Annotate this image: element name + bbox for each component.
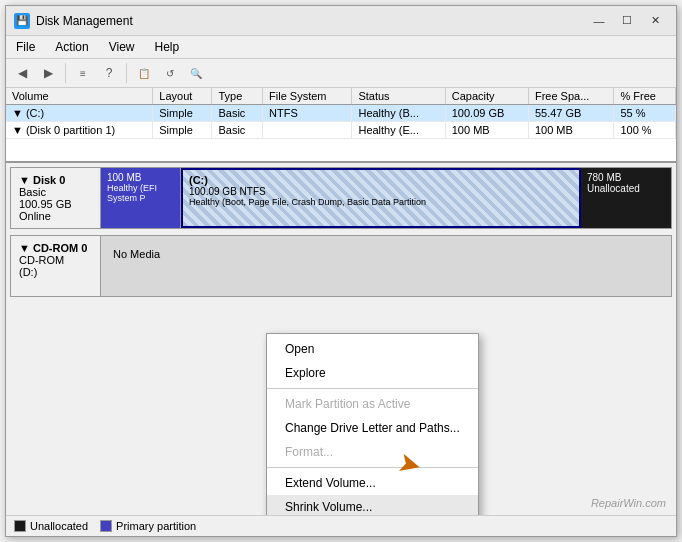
disk-partitions-0: 100 MB Healthy (EFI System P (C:) 100.09… bbox=[101, 168, 671, 228]
toolbar-forward[interactable]: ▶ bbox=[36, 62, 60, 84]
toolbar-list[interactable]: ≡ bbox=[71, 62, 95, 84]
maximize-button[interactable]: ☐ bbox=[614, 11, 640, 31]
toolbar: ◀ ▶ ≡ ? 📋 ↺ 🔍 bbox=[6, 59, 676, 88]
cell-status: Healthy (B... bbox=[352, 105, 445, 122]
cdrom-status-spacer bbox=[19, 278, 92, 290]
cell-fs bbox=[263, 122, 352, 139]
minimize-button[interactable]: — bbox=[586, 11, 612, 31]
window-icon: 💾 bbox=[14, 13, 30, 29]
cell-volume: ▼ (C:) bbox=[6, 105, 153, 122]
cell-type: Basic bbox=[212, 122, 263, 139]
menu-bar: File Action View Help bbox=[6, 36, 676, 59]
cell-fs: NTFS bbox=[263, 105, 352, 122]
partition-size-efi: 100 MB bbox=[107, 172, 174, 183]
cdrom-area: No Media bbox=[101, 236, 671, 296]
cell-free: 55.47 GB bbox=[528, 105, 614, 122]
partition-fs-c: 100.09 GB NTFS bbox=[189, 186, 573, 197]
legend-box-primary bbox=[100, 520, 112, 532]
cell-layout: Simple bbox=[153, 122, 212, 139]
ctx-sep-1 bbox=[267, 388, 478, 389]
cell-status: Healthy (E... bbox=[352, 122, 445, 139]
partition-unallocated[interactable]: 780 MB Unallocated bbox=[581, 168, 671, 228]
disk-size: 100.95 GB bbox=[19, 198, 92, 210]
legend-box-unallocated bbox=[14, 520, 26, 532]
cell-capacity: 100.09 GB bbox=[445, 105, 528, 122]
legend-label-unallocated: Unallocated bbox=[30, 520, 88, 532]
cell-capacity: 100 MB bbox=[445, 122, 528, 139]
toolbar-refresh[interactable]: ↺ bbox=[158, 62, 182, 84]
col-filesystem[interactable]: File System bbox=[263, 88, 352, 105]
legend-label-primary: Primary partition bbox=[116, 520, 196, 532]
partition-status-efi: Healthy (EFI System P bbox=[107, 183, 174, 203]
disk-name: ▼ Disk 0 bbox=[19, 174, 92, 186]
cdrom-name: ▼ CD-ROM 0 bbox=[19, 242, 92, 254]
cell-layout: Simple bbox=[153, 105, 212, 122]
col-layout[interactable]: Layout bbox=[153, 88, 212, 105]
toolbar-help[interactable]: ? bbox=[97, 62, 121, 84]
cell-volume: ▼ (Disk 0 partition 1) bbox=[6, 122, 153, 139]
volume-table: Volume Layout Type File System Status Ca… bbox=[6, 88, 676, 139]
main-window: 💾 Disk Management — ☐ ✕ File Action View… bbox=[5, 5, 677, 537]
ctx-open[interactable]: Open bbox=[267, 337, 478, 361]
close-button[interactable]: ✕ bbox=[642, 11, 668, 31]
toolbar-separator-1 bbox=[65, 63, 66, 83]
cdrom-drive: (D:) bbox=[19, 266, 92, 278]
menu-file[interactable]: File bbox=[10, 38, 41, 56]
cdrom-no-media: No Media bbox=[107, 242, 665, 266]
table-row[interactable]: ▼ (Disk 0 partition 1) Simple Basic Heal… bbox=[6, 122, 676, 139]
context-menu: Open Explore Mark Partition as Active Ch… bbox=[266, 333, 479, 515]
menu-help[interactable]: Help bbox=[149, 38, 186, 56]
disk-row-0: ▼ Disk 0 Basic 100.95 GB Online 100 MB H… bbox=[10, 167, 672, 229]
cdrom-type: CD-ROM bbox=[19, 254, 92, 266]
ctx-mark-active: Mark Partition as Active bbox=[267, 392, 478, 416]
partition-name-c: (C:) bbox=[189, 174, 573, 186]
legend-unallocated: Unallocated bbox=[14, 520, 88, 532]
col-volume[interactable]: Volume bbox=[6, 88, 153, 105]
title-bar: 💾 Disk Management — ☐ ✕ bbox=[6, 6, 676, 36]
ctx-extend[interactable]: Extend Volume... bbox=[267, 471, 478, 495]
partition-status-unalloc: Unallocated bbox=[587, 183, 665, 194]
col-free[interactable]: Free Spa... bbox=[528, 88, 614, 105]
cdrom-row: ▼ CD-ROM 0 CD-ROM (D:) No Media bbox=[10, 235, 672, 297]
toolbar-rescan[interactable]: 🔍 bbox=[184, 62, 208, 84]
partition-c[interactable]: (C:) 100.09 GB NTFS Healthy (Boot, Page … bbox=[181, 168, 581, 228]
ctx-format: Format... bbox=[267, 440, 478, 464]
col-capacity[interactable]: Capacity bbox=[445, 88, 528, 105]
col-type[interactable]: Type bbox=[212, 88, 263, 105]
toolbar-properties[interactable]: 📋 bbox=[132, 62, 156, 84]
disk-label-0: ▼ Disk 0 Basic 100.95 GB Online bbox=[11, 168, 101, 228]
toolbar-back[interactable]: ◀ bbox=[10, 62, 34, 84]
legend-primary: Primary partition bbox=[100, 520, 196, 532]
ctx-shrink[interactable]: Shrink Volume... bbox=[267, 495, 478, 515]
main-content: Volume Layout Type File System Status Ca… bbox=[6, 88, 676, 536]
table-row[interactable]: ▼ (C:) Simple Basic NTFS Healthy (B... 1… bbox=[6, 105, 676, 122]
disk-type: Basic bbox=[19, 186, 92, 198]
legend: Unallocated Primary partition bbox=[6, 515, 676, 536]
cell-type: Basic bbox=[212, 105, 263, 122]
window-title: Disk Management bbox=[36, 14, 586, 28]
partition-efi[interactable]: 100 MB Healthy (EFI System P bbox=[101, 168, 181, 228]
watermark: RepairWin.com bbox=[591, 497, 666, 509]
volume-table-container: Volume Layout Type File System Status Ca… bbox=[6, 88, 676, 163]
cell-pct: 100 % bbox=[614, 122, 676, 139]
menu-action[interactable]: Action bbox=[49, 38, 94, 56]
cell-free: 100 MB bbox=[528, 122, 614, 139]
cell-pct: 55 % bbox=[614, 105, 676, 122]
title-buttons: — ☐ ✕ bbox=[586, 11, 668, 31]
col-status[interactable]: Status bbox=[352, 88, 445, 105]
partition-size-unalloc: 780 MB bbox=[587, 172, 665, 183]
cdrom-label: ▼ CD-ROM 0 CD-ROM (D:) bbox=[11, 236, 101, 296]
toolbar-separator-2 bbox=[126, 63, 127, 83]
ctx-sep-2 bbox=[267, 467, 478, 468]
partition-status-c: Healthy (Boot, Page File, Crash Dump, Ba… bbox=[189, 197, 573, 207]
disk-panel: ▼ Disk 0 Basic 100.95 GB Online 100 MB H… bbox=[6, 163, 676, 515]
ctx-change-letter[interactable]: Change Drive Letter and Paths... bbox=[267, 416, 478, 440]
disk-status: Online bbox=[19, 210, 92, 222]
ctx-explore[interactable]: Explore bbox=[267, 361, 478, 385]
col-percent[interactable]: % Free bbox=[614, 88, 676, 105]
menu-view[interactable]: View bbox=[103, 38, 141, 56]
